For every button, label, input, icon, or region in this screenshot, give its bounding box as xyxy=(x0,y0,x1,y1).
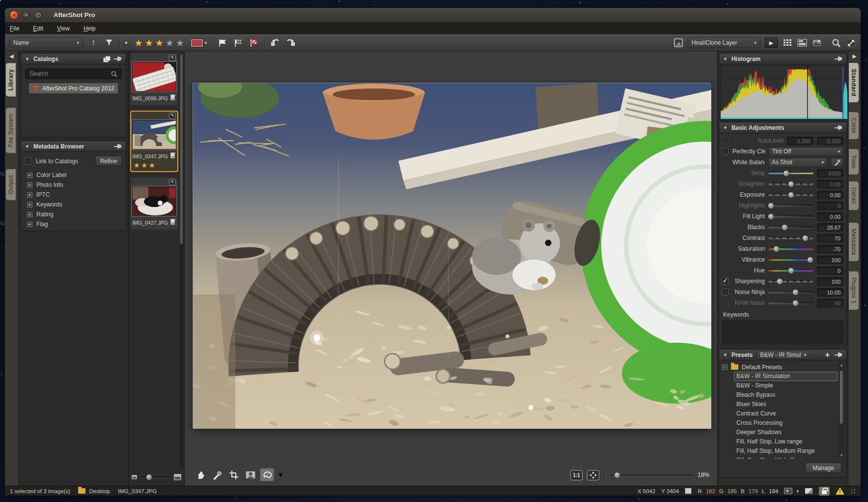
link-to-catalogs-checkbox[interactable] xyxy=(25,158,32,165)
menu-help[interactable]: Help xyxy=(84,25,96,32)
vibrance-value[interactable]: 100 xyxy=(817,256,843,264)
layer-button[interactable] xyxy=(673,37,684,48)
collapse-left-panel-button[interactable]: ◀ xyxy=(5,53,18,59)
thumbnail-size-slider[interactable] xyxy=(141,476,170,478)
preset-item[interactable]: Fill, Half Stop, Low range xyxy=(734,437,838,446)
keywords-input[interactable] xyxy=(722,320,843,343)
catalog-search-input[interactable]: Search xyxy=(25,68,122,79)
filmstrip-cell-img_0347.jpg[interactable]: ✎IMG_0347.JPG★★★ xyxy=(130,111,178,172)
menu-file[interactable]: File xyxy=(10,25,19,32)
lock-settings-button[interactable] xyxy=(819,487,830,496)
pin-icon[interactable] xyxy=(114,144,122,149)
temp-slider[interactable] xyxy=(768,172,813,174)
blacks-value[interactable]: 28.67 xyxy=(817,223,843,232)
scroll-track[interactable] xyxy=(840,368,843,453)
pin-icon[interactable] xyxy=(835,56,842,62)
warning-icon[interactable] xyxy=(836,487,844,495)
white-balance-eyedropper-button[interactable] xyxy=(831,158,843,167)
metadata-item-iptc[interactable]: +IPTC xyxy=(21,190,126,200)
tab-metadata[interactable]: Metadata xyxy=(849,223,859,261)
new-catalog-icon[interactable] xyxy=(103,56,110,62)
highlights-value[interactable]: 0 xyxy=(817,202,843,210)
preset-item[interactable]: Contrast Curve xyxy=(734,409,838,418)
fill-light-slider[interactable] xyxy=(768,215,813,217)
proof-image-icon[interactable] xyxy=(805,488,813,494)
flag-reject-button[interactable] xyxy=(233,37,244,48)
preset-item[interactable]: Bleach Bypass xyxy=(734,390,838,400)
expand-plus-icon[interactable]: + xyxy=(27,212,32,217)
star-icon[interactable]: ★ xyxy=(155,37,166,49)
star-icon[interactable]: ★ xyxy=(135,37,145,49)
straighten-slider[interactable] xyxy=(768,183,813,185)
pan-tool-button[interactable] xyxy=(194,469,207,481)
refine-button[interactable]: Refine xyxy=(95,156,122,166)
straighten-value[interactable]: 0.00 xyxy=(817,180,843,188)
slider-thumb[interactable] xyxy=(802,235,809,241)
slider-thumb[interactable] xyxy=(614,472,620,478)
filmstrip-cell-img_0427.jpg[interactable]: ✎IMG_0427.JPG xyxy=(130,177,178,230)
close-button[interactable]: × xyxy=(10,11,18,19)
filmstrip-cell-img_0099.jpg[interactable]: ✎IMG_0099.JPG xyxy=(130,53,178,106)
scroll-up-icon[interactable]: ▲ xyxy=(840,362,843,368)
fit-to-window-button[interactable] xyxy=(587,470,599,480)
pin-icon[interactable] xyxy=(835,125,842,131)
rotate-left-button[interactable] xyxy=(270,37,280,48)
color-profile-selector[interactable]: ▾ xyxy=(784,488,799,494)
collapse-triangle-icon[interactable]: ▼ xyxy=(723,353,728,357)
collapse-triangle-icon[interactable]: ▼ xyxy=(25,144,29,149)
slider-thumb[interactable] xyxy=(768,213,774,220)
slider-thumb[interactable] xyxy=(792,289,799,295)
rotate-right-button[interactable] xyxy=(285,37,296,48)
tab-output[interactable]: Output xyxy=(6,169,16,200)
expand-plus-icon[interactable]: + xyxy=(27,173,32,178)
resize-grip[interactable] xyxy=(850,488,856,494)
loupe-button[interactable] xyxy=(831,37,841,48)
raw-noise-checkbox[interactable] xyxy=(722,299,728,306)
collapse-minus-icon[interactable]: − xyxy=(722,364,728,370)
thumbnail-image[interactable] xyxy=(132,62,176,91)
tab-plugins-1[interactable]: Plugins 1 xyxy=(849,271,859,310)
sharpening-slider[interactable] xyxy=(768,280,813,282)
rating-filter-stars[interactable]: ★★★★★ xyxy=(135,37,186,49)
edit-badge-icon[interactable]: ✎ xyxy=(169,113,176,119)
scroll-down-icon[interactable]: ▼ xyxy=(840,453,843,459)
preset-quick-select[interactable]: B&W - IR Simulation ▾ xyxy=(756,351,810,359)
slider-thumb[interactable] xyxy=(792,300,799,306)
hue-slider[interactable] xyxy=(768,269,813,271)
pin-icon[interactable] xyxy=(114,56,122,62)
collapse-triangle-icon[interactable]: ▼ xyxy=(723,125,728,130)
minimize-button[interactable]: – xyxy=(22,11,30,19)
hue-value[interactable]: 0 xyxy=(817,266,843,275)
vibrance-slider[interactable] xyxy=(768,259,813,261)
metadata-item-flag[interactable]: +Flag xyxy=(21,219,126,229)
tab-library[interactable]: Library xyxy=(6,63,16,96)
star-icon[interactable]: ★ xyxy=(145,37,155,49)
slider-thumb[interactable] xyxy=(788,192,794,198)
label-color-filter[interactable]: ▾ xyxy=(191,39,207,47)
noise-ninja-checkbox[interactable] xyxy=(722,289,728,295)
sharpening-checkbox[interactable] xyxy=(722,278,728,285)
pin-icon[interactable] xyxy=(835,352,842,358)
browse-view-button[interactable] xyxy=(797,37,808,48)
tab-detail[interactable]: Detail xyxy=(849,181,859,210)
expand-plus-icon[interactable]: + xyxy=(27,182,32,188)
slider-thumb[interactable] xyxy=(783,170,789,177)
heal-clone-tool-button[interactable] xyxy=(260,469,274,481)
actual-size-button[interactable]: 1:1 xyxy=(570,470,583,480)
crop-tool-button[interactable] xyxy=(227,469,240,481)
edit-badge-icon[interactable]: ✎ xyxy=(169,55,176,61)
eyedropper-tool-button[interactable] xyxy=(210,469,224,481)
tab-standard[interactable]: Standard xyxy=(849,63,859,102)
sharpening-value[interactable]: 100 xyxy=(817,277,843,286)
current-folder[interactable]: Desktop xyxy=(78,488,110,494)
flag-pick-button[interactable] xyxy=(217,37,228,48)
rating-none-dot[interactable]: • xyxy=(125,38,128,47)
preset-scrollbar[interactable]: ▲ ▼ xyxy=(839,362,844,459)
filmstrip-scrollbar[interactable] xyxy=(179,53,184,467)
scrollbar-thumb[interactable] xyxy=(840,370,843,424)
contrast-slider[interactable] xyxy=(768,237,813,239)
photo-canvas[interactable] xyxy=(193,83,711,428)
collapse-triangle-icon[interactable]: ▼ xyxy=(723,57,728,61)
perfectly-clear-checkbox[interactable] xyxy=(722,148,728,155)
metadata-item-keywords[interactable]: +Keywords xyxy=(21,200,126,209)
